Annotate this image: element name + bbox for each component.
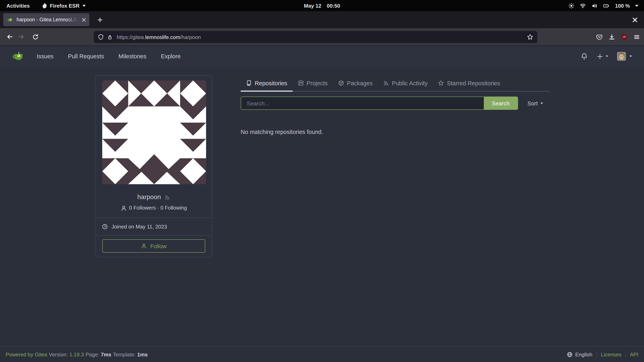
url-prefix: https://gitea.	[117, 34, 145, 40]
download-icon[interactable]	[608, 34, 615, 40]
chevron-down-icon	[82, 5, 86, 7]
joined-row: Joined on May 11, 2023	[96, 218, 212, 236]
follow-button-label: Follow	[150, 243, 167, 249]
forward-button[interactable]	[15, 31, 26, 42]
nav-item-issues[interactable]: Issues	[37, 53, 54, 59]
svg-text:uO: uO	[623, 36, 626, 38]
licenses-link[interactable]: Licenses	[601, 351, 622, 357]
bookmark-star-icon[interactable]	[527, 34, 533, 40]
desktop: Activities Firefox ESR May 12 00:50	[0, 0, 644, 362]
nav-item-milestones[interactable]: Milestones	[118, 53, 146, 59]
gitea-footer: Powered by Gitea Version: 1.19.3 Page: 7…	[0, 346, 644, 362]
profile-card: harpoon 0 Followers · 0 Following	[96, 75, 212, 257]
clock-date: May 12	[304, 2, 322, 9]
window-close-button[interactable]	[630, 14, 640, 25]
tracking-protection-shield-icon[interactable]	[98, 34, 104, 40]
sort-dropdown[interactable]: Sort	[528, 100, 543, 106]
user-menu[interactable]	[617, 52, 632, 61]
tab-projects[interactable]: Projects	[292, 75, 333, 91]
user-avatar	[617, 52, 626, 61]
version-label: Version:	[49, 351, 68, 357]
language-label: English	[575, 351, 592, 357]
clock-time: 00:50	[327, 2, 340, 9]
pocket-icon[interactable]	[596, 34, 602, 40]
tab-label: Public Activity	[392, 80, 428, 86]
url-bar[interactable]: https://gitea.lemnoslife.com/harpoon	[94, 31, 537, 43]
footer-right: English Licenses API	[567, 351, 638, 358]
gitea-logo[interactable]	[12, 50, 24, 62]
package-cube-icon	[338, 80, 344, 86]
profile-identicon-avatar	[102, 80, 206, 184]
tab-starred-repositories[interactable]: Starred Repositories	[433, 75, 505, 91]
battery-icon	[603, 2, 610, 9]
empty-repositories-message: No matching repositories found.	[241, 128, 323, 136]
tab-close-icon[interactable]	[82, 17, 86, 22]
reload-button[interactable]	[30, 31, 41, 42]
sort-label: Sort	[528, 100, 538, 106]
project-board-icon	[298, 80, 304, 86]
tab-repositories[interactable]: Repositories	[241, 75, 292, 91]
url-path: /harpoon	[180, 34, 201, 40]
hamburger-menu-icon[interactable]	[634, 34, 640, 40]
powered-by-link[interactable]: Powered by Gitea	[6, 351, 47, 357]
system-top-bar: Activities Firefox ESR May 12 00:50	[0, 0, 644, 11]
gitea-nav-right	[580, 52, 644, 61]
brightness-icon	[568, 2, 574, 9]
tab-label: Packages	[347, 80, 372, 86]
footer-left: Powered by Gitea Version: 1.19.3 Page: 7…	[6, 351, 148, 357]
profile-name-row: harpoon	[96, 193, 212, 201]
page-time: 7ms	[101, 351, 111, 357]
clock[interactable]: May 12 00:50	[0, 2, 644, 9]
nav-item-explore[interactable]: Explore	[161, 53, 180, 59]
browser-tab[interactable]: harpoon - Gitea LemnosLife	[3, 13, 89, 26]
footer-divider	[626, 351, 626, 358]
chevron-down-icon	[630, 55, 632, 57]
tab-label: Starred Repositories	[447, 80, 500, 86]
battery-percent: 100 %	[615, 2, 630, 9]
tab-public-activity[interactable]: Public Activity	[378, 75, 433, 91]
repo-book-icon	[246, 80, 252, 86]
repo-search-input[interactable]	[241, 97, 484, 109]
template-label: Template:	[113, 351, 136, 357]
tab-favicon-gitea	[7, 17, 13, 23]
new-tab-button[interactable]	[95, 15, 105, 24]
lock-icon[interactable]	[107, 34, 113, 40]
firefox-app-menu-label: Firefox ESR	[50, 2, 80, 9]
api-link[interactable]: API	[630, 351, 638, 357]
volume-icon	[591, 2, 598, 9]
toolbar-extensions-area: uO	[596, 31, 640, 43]
footer-divider	[596, 351, 597, 358]
ublock-origin-icon[interactable]: uO	[621, 34, 628, 40]
version-link[interactable]: 1.19.3	[70, 351, 84, 357]
firefox-app-menu[interactable]: Firefox ESR	[37, 0, 90, 11]
clock-icon	[102, 224, 108, 230]
chevron-down-icon	[540, 102, 543, 104]
person-icon	[120, 205, 126, 211]
activities-button[interactable]: Activities	[0, 0, 37, 11]
person-icon	[141, 243, 147, 249]
tab-title: harpoon - Gitea LemnosLife	[16, 17, 81, 22]
url-domain: lemnoslife.com	[145, 34, 180, 40]
page-label: Page:	[86, 351, 99, 357]
nav-item-pull-requests[interactable]: Pull Requests	[68, 53, 104, 59]
system-status-area[interactable]: 100 %	[568, 0, 644, 11]
rss-feed-icon[interactable]	[164, 194, 170, 200]
globe-icon	[567, 351, 573, 357]
wifi-icon	[580, 2, 586, 9]
tab-label: Repositories	[255, 80, 287, 86]
browser-toolbar: https://gitea.lemnoslife.com/harpoon	[0, 28, 644, 46]
repo-search-group: Search	[241, 96, 518, 110]
tab-label: Projects	[306, 80, 328, 86]
back-button[interactable]	[4, 31, 15, 42]
firefox-icon	[41, 2, 47, 9]
repo-search-row: Search Sort	[241, 96, 550, 110]
language-selector[interactable]: English	[567, 351, 592, 357]
template-time: 1ms	[137, 351, 148, 357]
follow-button[interactable]: Follow	[102, 239, 205, 253]
notifications-bell-icon[interactable]	[580, 52, 588, 60]
joined-text: Joined on May 11, 2023	[112, 224, 167, 230]
gitea-nav-items: Issues Pull Requests Milestones Explore	[37, 53, 181, 59]
repo-search-button[interactable]: Search	[484, 97, 518, 109]
create-new-dropdown[interactable]	[597, 53, 608, 59]
tab-packages[interactable]: Packages	[333, 75, 378, 91]
